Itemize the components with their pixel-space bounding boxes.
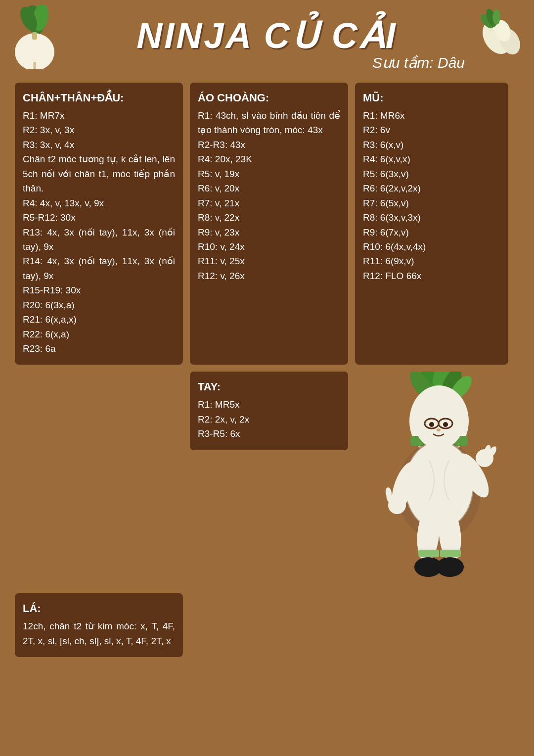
mu-line-9: R9: 6(7x,v) [363, 225, 500, 239]
mu-line-7: R7: 6(5x,v) [363, 196, 500, 210]
tay-line-3: R3-R5: 6x [198, 426, 340, 441]
line-11: R21: 6(x,a,x) [23, 312, 175, 327]
ac-line-6: R7: v, 21x [198, 196, 340, 210]
content-grid: CHÂN+THÂN+ĐẦU: R1: MR7x R2: 3x, v, 3x R3… [10, 83, 524, 586]
bottom-section: LÁ: 12ch, chân t2 từ kim móc: x, T, 4F, … [10, 593, 524, 657]
ac-line-1: R1: 43ch, sl vào bính đầu tiên để tạo th… [198, 108, 340, 138]
line-12: R22: 6(x,a) [23, 327, 175, 341]
line-1: R1: MR7x [23, 108, 175, 123]
line-3: R3: 3x, v, 4x [23, 138, 175, 152]
svg-point-28 [437, 428, 441, 431]
line-8: R14: 4x, 3x (nối tay), 11x, 3x (nối tay)… [23, 254, 175, 283]
ac-line-5: R6: v, 20x [198, 181, 340, 195]
ac-line-3: R4: 20x, 23K [198, 152, 340, 166]
mu-line-12: R12: FLO 66x [363, 269, 500, 283]
mu-line-11: R11: 6(9x,v) [363, 254, 500, 268]
svg-rect-40 [440, 550, 461, 557]
ac-line-10: R11: v, 25x [198, 254, 340, 268]
tay-title: TAY: [198, 380, 340, 393]
ac-line-11: R12: v, 26x [198, 269, 340, 283]
svg-point-42 [436, 557, 464, 577]
header: NINJA CỦ CẢI Sưu tầm: Dâu [10, 10, 524, 74]
mu-line-6: R6: 6(2x,v,2x) [363, 181, 500, 195]
bottom-right-empty [190, 593, 519, 657]
page-title: NINJA CỦ CẢI [10, 15, 524, 56]
ninja-illustration-area [355, 372, 508, 586]
mu-card: MŨ: R1: MR6x R2: 6v R3: 6(x,v) R4: 6(x,v… [355, 83, 508, 365]
ac-line-4: R5: v, 19x [198, 167, 340, 181]
svg-rect-39 [418, 550, 439, 557]
svg-point-27 [443, 422, 448, 427]
line-9: R15-R19: 30x [23, 283, 175, 297]
mu-line-2: R2: 6v [363, 123, 500, 137]
chan-than-dau-card: CHÂN+THÂN+ĐẦU: R1: MR7x R2: 3x, v, 3x R3… [15, 83, 183, 365]
la-title: LÁ: [23, 602, 175, 615]
chan-than-dau-body: R1: MR7x R2: 3x, v, 3x R3: 3x, v, 4x Châ… [23, 108, 175, 356]
la-card: LÁ: 12ch, chân t2 từ kim móc: x, T, 4F, … [15, 593, 183, 657]
ac-line-7: R8: v, 22x [198, 210, 340, 225]
svg-point-26 [429, 422, 434, 427]
line-7: R13: 4x, 3x (nối tay), 11x, 3x (nối tay)… [23, 225, 175, 254]
line-13: R23: 6a [23, 341, 175, 356]
line-6: R5-R12: 30x [23, 210, 175, 225]
mu-line-4: R4: 6(x,v,x) [363, 152, 500, 166]
ao-choang-card: ÁO CHOÀNG: R1: 43ch, sl vào bính đầu tiê… [190, 83, 348, 365]
tay-body: R1: MR5x R2: 2x, v, 2x R3-R5: 6x [198, 397, 340, 441]
line-10: R20: 6(3x,a) [23, 298, 175, 312]
ac-line-9: R10: v, 24x [198, 239, 340, 254]
mu-body: R1: MR6x R2: 6v R3: 6(x,v) R4: 6(x,v,x) … [363, 108, 500, 283]
ac-line-8: R9: v, 23x [198, 225, 340, 239]
subtitle: Sưu tầm: Dâu [10, 54, 524, 71]
ninja-svg [355, 372, 508, 584]
mu-line-1: R1: MR6x [363, 108, 500, 123]
line-5: R4: 4x, v, 13x, v, 9x [23, 196, 175, 210]
line-4: Chân t2 móc tương tự, k cắt len, lên 5ch… [23, 152, 175, 195]
tay-card: TAY: R1: MR5x R2: 2x, v, 2x R3-R5: 6x [190, 372, 348, 450]
ao-choang-title: ÁO CHOÀNG: [198, 92, 340, 104]
line-2: R2: 3x, v, 3x [23, 123, 175, 137]
mu-line-8: R8: 6(3x,v,3x) [363, 210, 500, 225]
mu-line-3: R3: 6(x,v) [363, 138, 500, 152]
tay-line-2: R2: 2x, v, 2x [198, 412, 340, 426]
page: NINJA CỦ CẢI Sưu tầm: Dâu CHÂN+THÂN+ĐẦU:… [0, 0, 534, 756]
tay-line-1: R1: MR5x [198, 397, 340, 412]
mu-line-10: R10: 6(4x,v,4x) [363, 239, 500, 254]
mu-line-5: R5: 6(3x,v) [363, 167, 500, 181]
la-body: 12ch, chân t2 từ kim móc: x, T, 4F, 2T, … [23, 619, 175, 648]
mu-title: MŨ: [363, 92, 500, 104]
ac-line-2: R2-R3: 43x [198, 138, 340, 152]
ao-choang-body: R1: 43ch, sl vào bính đầu tiên để tạo th… [198, 108, 340, 283]
chan-than-dau-title: CHÂN+THÂN+ĐẦU: [23, 92, 175, 104]
